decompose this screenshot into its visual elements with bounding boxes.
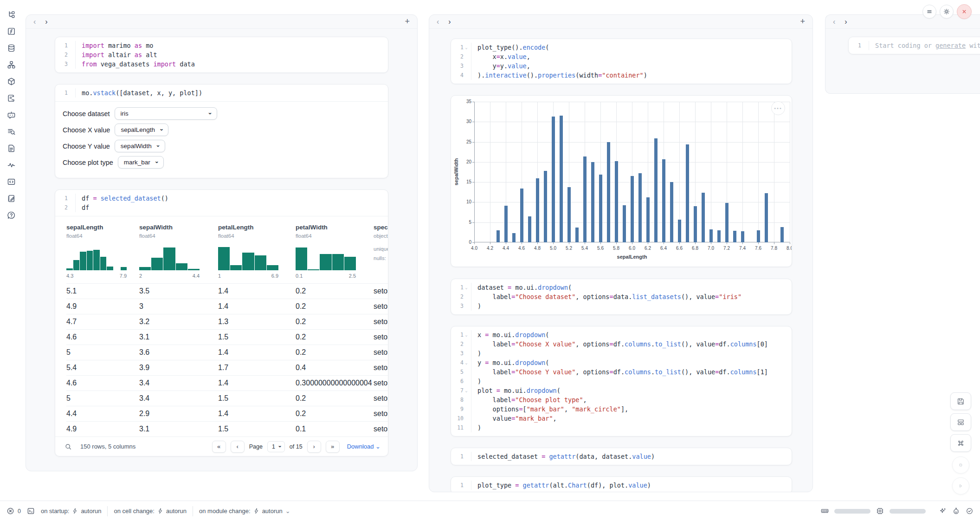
menu-button[interactable]	[922, 5, 936, 19]
dropdown-row: Choose X valuesepalLength	[63, 122, 380, 138]
code-input-placeholder[interactable]: Start coding or generate with	[869, 41, 980, 50]
code-editor[interactable]: 1⌄plot_type().encode(2 x=x.value,3 y=y.v…	[451, 39, 792, 84]
autorun-config[interactable]: on startup:autorun	[41, 508, 102, 514]
terminal-icon[interactable]	[27, 507, 35, 515]
search-icon[interactable]	[64, 443, 72, 450]
snippets-icon[interactable]	[7, 177, 16, 186]
table-row: 5.43.91.70.4setosa	[66, 360, 388, 375]
column-forward-button[interactable]: ›	[448, 18, 451, 26]
add-cell-button[interactable]: +	[800, 17, 805, 26]
column-header[interactable]: sepalWidthfloat6424.4	[139, 223, 218, 283]
chevron-down-icon: ⌄	[375, 443, 380, 450]
fold-chevron-icon[interactable]: ⌄	[464, 43, 469, 52]
dropdown-select[interactable]: sepalWidth	[115, 140, 165, 152]
page-select[interactable]: 1	[267, 441, 285, 452]
database-icon[interactable]	[7, 44, 16, 52]
dropdown-controls-output: Choose datasetirisChoose X valuesepalLen…	[55, 101, 388, 178]
column-forward-button[interactable]: ›	[845, 18, 847, 26]
line-number: 4	[457, 71, 464, 80]
line-number: 3	[457, 349, 464, 358]
assistant-robot-icon[interactable]	[952, 507, 960, 515]
fold-chevron-icon[interactable]: ⌄	[464, 283, 469, 292]
column-header[interactable]: speciesobjectuniquenulls:	[374, 223, 388, 283]
ram-icon	[821, 507, 829, 515]
bolt-icon	[72, 508, 78, 514]
code-line: options=["mark_bar", "mark_circle"],	[471, 404, 628, 414]
download-button[interactable]: Download ⌄	[347, 443, 380, 450]
dropdown-select[interactable]: mark_bar	[118, 156, 164, 169]
line-number: 2	[61, 50, 68, 59]
chart-menu-button[interactable]: •••	[771, 101, 785, 115]
code-editor[interactable]: 1⌄x = mo.ui.dropdown(2 label="Choose X v…	[451, 326, 792, 436]
column-back-button[interactable]: ‹	[437, 18, 439, 26]
settings-button[interactable]	[940, 5, 954, 19]
column-header[interactable]: petalWidthfloat640.12.5	[296, 223, 374, 283]
column-back-button[interactable]: ‹	[33, 18, 36, 26]
tracing-icon[interactable]	[7, 161, 16, 169]
bolt-icon	[253, 508, 259, 514]
line-number: 8	[457, 395, 464, 404]
fold-chevron-icon[interactable]: ⌄	[464, 330, 469, 339]
bar	[662, 159, 665, 242]
layout-button[interactable]	[950, 413, 971, 431]
help-icon[interactable]	[7, 211, 16, 220]
code-line: mo.vstack([dataset, x, y, plot])	[76, 88, 202, 98]
ai-chat-icon[interactable]	[7, 111, 16, 119]
documentation-icon[interactable]	[7, 144, 16, 153]
dependency-graph-icon[interactable]	[7, 60, 16, 69]
functions-icon[interactable]	[7, 27, 16, 36]
file-tree-icon[interactable]	[7, 10, 16, 19]
fold-chevron-icon[interactable]: ⌄	[464, 358, 469, 367]
save-icon	[957, 397, 965, 405]
next-page-button[interactable]: ›	[307, 441, 321, 453]
code-editor[interactable]: 1selected_dataset = getattr(data, datase…	[451, 448, 792, 465]
bar	[552, 117, 555, 242]
code-editor[interactable]: 1mo.vstack([dataset, x, y, plot])	[55, 85, 388, 101]
line-number: 2	[457, 292, 464, 301]
cpu-usage-meter	[890, 509, 926, 514]
scripts-icon[interactable]	[7, 94, 16, 103]
altair-bar-chart[interactable]: 4.04.24.44.64.85.05.25.45.65.86.06.26.46…	[451, 95, 792, 267]
connection-check-icon[interactable]	[966, 507, 974, 515]
cell-vstack: 1mo.vstack([dataset, x, y, plot]) Choose…	[55, 84, 388, 178]
line-number: 1	[457, 452, 464, 461]
shortcuts-button[interactable]	[950, 434, 971, 452]
column-header[interactable]: petalLengthfloat6416.9	[218, 223, 296, 283]
code-line: x=x.value,	[471, 52, 530, 61]
line-number: 10	[457, 414, 464, 423]
scratchpad-icon[interactable]	[7, 194, 16, 203]
add-cell-button[interactable]: +	[405, 17, 410, 26]
line-number: 3	[61, 59, 68, 69]
outline-icon[interactable]	[7, 127, 16, 136]
stop-button[interactable]	[952, 456, 969, 474]
bar	[560, 116, 563, 242]
column-forward-button[interactable]: ›	[45, 18, 47, 26]
run-button[interactable]	[952, 477, 969, 495]
ai-sparkle-icon[interactable]	[939, 507, 947, 515]
prev-page-button[interactable]: ‹	[231, 441, 245, 453]
column-header[interactable]: sepalLengthfloat644.37.9	[66, 223, 139, 283]
dropdown-select[interactable]: sepalLength	[115, 124, 168, 136]
autorun-config[interactable]: on cell change:autorun	[114, 508, 187, 514]
shutdown-button[interactable]	[957, 4, 972, 19]
save-button[interactable]	[950, 392, 971, 410]
table-row: 4.63.11.50.2setosa	[66, 329, 388, 345]
errors-icon[interactable]	[6, 507, 14, 515]
cell-plot-type: 1plot_type = getattr(alt.Chart(df), plot…	[451, 476, 792, 492]
hamburger-icon	[926, 8, 933, 15]
code-editor[interactable]: 1⌄dataset = mo.ui.dropdown(2 label="Choo…	[451, 279, 792, 314]
column-back-button[interactable]: ‹	[833, 18, 835, 26]
autorun-config[interactable]: on module change:autorun⌄	[199, 508, 290, 514]
bar	[575, 228, 579, 242]
code-line: from vega_datasets import data	[76, 59, 195, 69]
fold-chevron-icon[interactable]: ⌄	[464, 386, 469, 395]
code-editor[interactable]: 1plot_type = getattr(alt.Chart(df), plot…	[451, 477, 792, 492]
last-page-button[interactable]: »	[326, 441, 340, 453]
first-page-button[interactable]: «	[212, 441, 226, 453]
bar	[496, 230, 500, 242]
line-number: 5	[457, 367, 464, 377]
code-editor[interactable]: 1import marimo as mo2import altair as al…	[55, 37, 388, 72]
code-editor[interactable]: 1df = selected_dataset()2df	[55, 190, 388, 216]
packages-icon[interactable]	[7, 77, 16, 86]
dropdown-select[interactable]: iris	[115, 107, 217, 120]
